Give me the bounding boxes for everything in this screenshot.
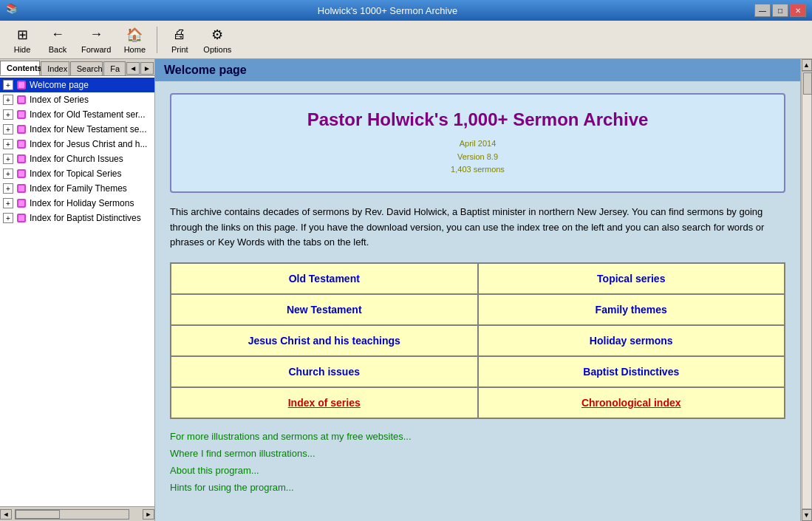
- forward-button[interactable]: → Forward: [77, 24, 115, 56]
- content-area: Pastor Holwick's 1,000+ Sermon Archive A…: [155, 81, 800, 521]
- link-where-find[interactable]: Where I find sermon illustrations...: [170, 448, 785, 459]
- page-title: Welcome page: [164, 64, 247, 76]
- scroll-left-button[interactable]: ◄: [0, 509, 12, 520]
- scroll-right-button[interactable]: ►: [143, 509, 154, 520]
- index-of-series-button[interactable]: Index of series: [171, 387, 478, 418]
- family-themes-button[interactable]: Family themes: [478, 294, 785, 325]
- expand-icon-baptist[interactable]: +: [3, 213, 13, 223]
- home-button[interactable]: 🏠 Home: [118, 24, 151, 56]
- left-panel: Contents Index Search Fa ◄ ► + Welcome p…: [0, 59, 155, 521]
- tree-item-label-family: Index for Family Themes: [30, 183, 127, 194]
- tab-arrow-left[interactable]: ◄: [126, 62, 140, 75]
- scroll-up-button[interactable]: ▲: [802, 59, 812, 71]
- close-button[interactable]: ✕: [790, 4, 806, 17]
- expand-icon-welcome[interactable]: +: [3, 80, 13, 90]
- welcome-box: Pastor Holwick's 1,000+ Sermon Archive A…: [170, 93, 785, 193]
- options-icon: ⚙: [208, 26, 226, 44]
- baptist-distinctives-button[interactable]: Baptist Distinctives: [478, 356, 785, 387]
- minimize-button[interactable]: —: [754, 4, 771, 17]
- tree-item-topical[interactable]: + Index for Topical Series: [0, 166, 154, 181]
- chronological-index-button[interactable]: Chronological index: [478, 387, 785, 418]
- expand-icon-family[interactable]: +: [3, 183, 13, 194]
- new-testament-button[interactable]: New Testament: [171, 294, 478, 325]
- horizontal-scrollbar[interactable]: ◄ ►: [0, 506, 154, 521]
- item-icon-new-test: [16, 123, 27, 135]
- main-layout: Contents Index Search Fa ◄ ► + Welcome p…: [0, 59, 812, 521]
- tree-item-new-test[interactable]: + Index for New Testament se...: [0, 122, 154, 137]
- options-button[interactable]: ⚙ Options: [199, 24, 236, 56]
- hide-button[interactable]: ⊞ Hide: [6, 24, 38, 56]
- welcome-sermons: 1,403 sermons: [186, 163, 769, 177]
- scroll-thumb[interactable]: [803, 72, 812, 95]
- jesus-teachings-button[interactable]: Jesus Christ and his teachings: [171, 325, 478, 356]
- title-bar-title: Holwick's 1000+ Sermon Archive: [21, 5, 754, 16]
- tab-search[interactable]: Search: [70, 61, 103, 75]
- tree-item-series[interactable]: + Index of Series: [0, 92, 154, 107]
- maximize-button[interactable]: □: [772, 4, 788, 17]
- scrollbar-track: [15, 509, 129, 520]
- tab-index[interactable]: Index: [41, 61, 69, 75]
- tree-item-label-church: Index for Church Issues: [30, 154, 123, 164]
- tree-item-baptist[interactable]: + Index for Baptist Distinctives: [0, 211, 154, 225]
- toolbar-separator: [157, 27, 157, 53]
- svg-rect-3: [18, 97, 24, 103]
- church-issues-button[interactable]: Church issues: [171, 356, 478, 387]
- link-hints[interactable]: Hints for using the program...: [170, 482, 785, 493]
- expand-icon-old-test[interactable]: +: [3, 109, 13, 120]
- forward-icon: →: [87, 26, 105, 44]
- link-about[interactable]: About this program...: [170, 465, 785, 476]
- topical-series-button[interactable]: Topical series: [478, 263, 785, 294]
- expand-icon-holiday[interactable]: +: [3, 198, 13, 208]
- tree-item-family[interactable]: + Index for Family Themes: [0, 181, 154, 196]
- old-testament-button[interactable]: Old Testament: [171, 263, 478, 294]
- item-icon-jesus: [16, 138, 27, 150]
- tree-item-church[interactable]: + Index for Church Issues: [0, 151, 154, 166]
- svg-rect-15: [18, 185, 24, 191]
- back-icon: ←: [49, 26, 66, 44]
- expand-icon-new-test[interactable]: +: [3, 124, 13, 134]
- expand-icon-church[interactable]: +: [3, 154, 13, 164]
- svg-rect-19: [18, 215, 24, 221]
- welcome-title: Pastor Holwick's 1,000+ Sermon Archive: [186, 109, 769, 130]
- item-icon-family: [16, 183, 27, 194]
- toolbar: ⊞ Hide ← Back → Forward 🏠 Home 🖨 Print ⚙…: [0, 21, 812, 59]
- holiday-sermons-button[interactable]: Holiday sermons: [478, 325, 785, 356]
- welcome-meta: April 2014 Version 8.9 1,403 sermons: [186, 137, 769, 177]
- tab-contents[interactable]: Contents: [0, 61, 40, 75]
- tree-item-label-jesus: Index for Jesus Christ and h...: [30, 139, 147, 149]
- tree-item-welcome[interactable]: + Welcome page: [0, 78, 154, 92]
- tree-item-label-welcome: Welcome page: [30, 80, 89, 90]
- back-label: Back: [49, 45, 66, 54]
- app-icon: 📚: [6, 3, 21, 18]
- item-icon-welcome: [16, 79, 27, 91]
- links-section: For more illustrations and sermons at my…: [170, 431, 785, 493]
- expand-icon-jesus[interactable]: +: [3, 139, 13, 149]
- expand-icon-series[interactable]: +: [3, 95, 13, 105]
- print-icon: 🖨: [171, 26, 188, 44]
- tree-item-jesus[interactable]: + Index for Jesus Christ and h...: [0, 137, 154, 151]
- tree: + Welcome page + Index of Series + Index…: [0, 76, 154, 506]
- link-illustrations[interactable]: For more illustrations and sermons at my…: [170, 431, 785, 442]
- tree-item-holiday[interactable]: + Index for Holiday Sermons: [0, 196, 154, 211]
- svg-rect-1: [18, 82, 24, 88]
- forward-label: Forward: [81, 45, 111, 54]
- scrollbar-thumb[interactable]: [16, 510, 60, 519]
- tree-item-label-old-test: Index for Old Testament ser...: [30, 109, 146, 120]
- scroll-track: [802, 71, 812, 509]
- tree-item-label-baptist: Index for Baptist Distinctives: [30, 213, 141, 223]
- button-grid: Old Testament Topical series New Testame…: [170, 262, 785, 419]
- scroll-down-button[interactable]: ▼: [802, 509, 812, 521]
- tab-arrow-right[interactable]: ►: [140, 62, 154, 75]
- back-button[interactable]: ← Back: [41, 24, 74, 56]
- welcome-date: April 2014: [186, 137, 769, 151]
- expand-icon-topical[interactable]: +: [3, 168, 13, 179]
- right-scrollbar: ▲ ▼: [800, 59, 812, 521]
- tree-item-label-holiday: Index for Holiday Sermons: [30, 198, 134, 208]
- tree-item-old-test[interactable]: + Index for Old Testament ser...: [0, 107, 154, 122]
- options-label: Options: [203, 45, 231, 54]
- tab-fa[interactable]: Fa: [103, 61, 126, 75]
- description: This archive contains decades of sermons…: [170, 205, 785, 251]
- print-button[interactable]: 🖨 Print: [163, 24, 196, 56]
- svg-rect-9: [18, 141, 24, 147]
- right-panel-wrapper: Welcome page Pastor Holwick's 1,000+ Ser…: [155, 59, 812, 521]
